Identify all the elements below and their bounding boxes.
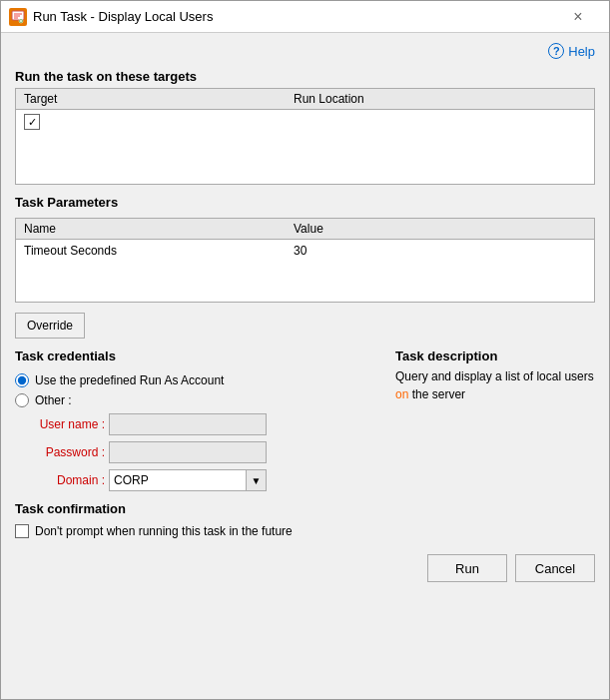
help-row: ? Help	[15, 43, 595, 59]
table-row	[16, 110, 594, 134]
params-col2-header: Value	[294, 222, 586, 236]
main-window: Run Task - Display Local Users × ? Help …	[0, 0, 610, 700]
description-title: Task description	[395, 349, 595, 363]
params-section: Task Parameters Name Value Timeout Secon…	[15, 195, 595, 303]
targets-table-filler	[16, 134, 594, 184]
credentials-title: Task credentials	[15, 349, 379, 363]
param-value: 30	[294, 244, 586, 258]
targets-header: Target Run Location	[16, 89, 594, 110]
password-input[interactable]	[109, 441, 267, 463]
confirmation-section: Task confirmation Don't prompt when runn…	[15, 501, 595, 538]
help-link[interactable]: ? Help	[548, 43, 595, 59]
targets-section: Run the task on these targets Target Run…	[15, 69, 595, 185]
username-label: User name :	[35, 417, 105, 431]
params-col1-header: Name	[24, 222, 294, 236]
radio-other-input[interactable]	[15, 393, 29, 407]
params-table: Name Value Timeout Seconds 30	[15, 218, 595, 303]
radio-predefined-input[interactable]	[15, 373, 29, 387]
footer-buttons: Run Cancel	[15, 548, 595, 586]
description-section: Task description Query and display a lis…	[395, 349, 595, 491]
window-icon	[9, 8, 27, 26]
username-input[interactable]	[109, 413, 267, 435]
radio-other[interactable]: Other :	[15, 393, 379, 407]
close-button[interactable]: ×	[555, 1, 601, 33]
target-checkbox-cell	[24, 114, 294, 130]
domain-select[interactable]: CORP ▼	[109, 469, 267, 491]
password-label: Password :	[35, 445, 105, 459]
params-table-filler	[16, 262, 594, 302]
targets-table: Target Run Location	[15, 88, 595, 185]
bottom-area: Task credentials Use the predefined Run …	[15, 349, 595, 491]
confirmation-label: Don't prompt when running this task in t…	[35, 524, 293, 538]
desc-highlight: on	[395, 387, 408, 401]
params-header: Name Value	[16, 219, 594, 240]
domain-value: CORP	[110, 473, 246, 487]
run-button[interactable]: Run	[427, 554, 507, 582]
targets-title: Run the task on these targets	[15, 69, 595, 84]
content-area: ? Help Run the task on these targets Tar…	[1, 33, 609, 699]
confirmation-checkbox[interactable]	[15, 524, 29, 538]
confirmation-row: Don't prompt when running this task in t…	[15, 524, 595, 538]
username-row: User name :	[35, 413, 379, 435]
params-row-1: Timeout Seconds 30	[16, 240, 594, 262]
window-title: Run Task - Display Local Users	[33, 9, 555, 24]
domain-label: Domain :	[35, 473, 105, 487]
override-row: Override	[15, 313, 595, 339]
title-bar: Run Task - Display Local Users ×	[1, 1, 609, 33]
targets-col1-header: Target	[24, 92, 294, 106]
radio-other-label: Other :	[35, 393, 72, 407]
target-checkbox[interactable]	[24, 114, 40, 130]
params-title: Task Parameters	[15, 195, 595, 210]
param-name: Timeout Seconds	[24, 244, 294, 258]
radio-predefined-label: Use the predefined Run As Account	[35, 373, 224, 387]
password-row: Password :	[35, 441, 379, 463]
cancel-button[interactable]: Cancel	[515, 554, 595, 582]
targets-col2-header: Run Location	[294, 92, 586, 106]
help-icon: ?	[548, 43, 564, 59]
override-button[interactable]: Override	[15, 313, 85, 339]
domain-dropdown-arrow[interactable]: ▼	[246, 470, 266, 490]
confirmation-title: Task confirmation	[15, 501, 595, 516]
credentials-section: Task credentials Use the predefined Run …	[15, 349, 379, 491]
radio-predefined[interactable]: Use the predefined Run As Account	[15, 373, 379, 387]
help-label: Help	[568, 44, 595, 59]
domain-row: Domain : CORP ▼	[35, 469, 379, 491]
description-text: Query and display a list of local users …	[395, 369, 594, 401]
